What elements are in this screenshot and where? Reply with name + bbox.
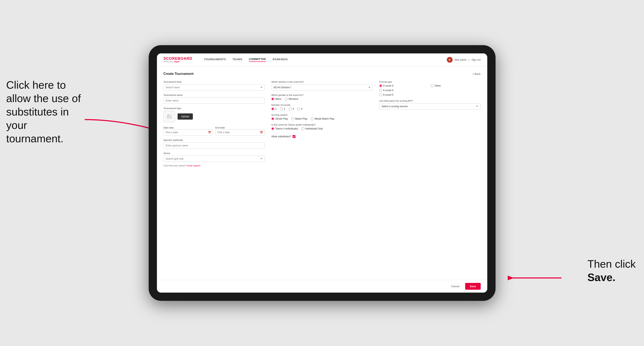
- allow-subs-row[interactable]: Allow substitutes?: [271, 135, 373, 138]
- page-title: Create Tournament: [164, 72, 194, 76]
- sponsor-input[interactable]: [164, 143, 265, 149]
- nav-links: TOURNAMENTS TEAMS COMMITTEE RANKINGS: [204, 57, 438, 62]
- form-column-middle: Which division is the event for? NCAA Di…: [271, 81, 373, 167]
- nav-username: blair admin: [455, 58, 467, 61]
- nav-link-teams[interactable]: TEAMS: [232, 58, 242, 62]
- venue-label: Venue: [164, 152, 265, 155]
- rounds-2[interactable]: 2: [280, 107, 285, 110]
- end-date-label: End date: [215, 126, 225, 129]
- end-date-input[interactable]: [215, 129, 265, 136]
- nav-user: B blair admin | Sign out: [447, 57, 481, 63]
- form-column-left: Tournament Host Tournament name Tourname…: [164, 81, 265, 167]
- tournament-logo-label: Tournament logo: [164, 107, 265, 110]
- image-icon: [167, 114, 172, 119]
- page-content: Create Tournament < Back Tournament Host…: [157, 66, 487, 280]
- tournament-name-group: Tournament name: [164, 94, 265, 104]
- annotation-left: Click here to allow the use of substitut…: [6, 78, 85, 145]
- annotation-right: Then click Save.: [588, 257, 636, 284]
- scoring-api-label: Use third-party live scoring API?: [379, 100, 481, 102]
- tournament-name-input[interactable]: [164, 98, 265, 104]
- event-teams[interactable]: Teams (+Individuals): [271, 127, 298, 130]
- gender-radio-row: Mens Womens: [271, 98, 373, 100]
- format-type-label: Format type: [379, 81, 481, 83]
- start-date-label: Start date: [164, 126, 174, 129]
- rounds-label: Number of rounds: [271, 104, 373, 106]
- nav-link-rankings[interactable]: RANKINGS: [272, 58, 288, 62]
- scoring-api-select[interactable]: Select a scoring service: [379, 103, 481, 110]
- division-label: Which division is the event for?: [271, 81, 373, 83]
- date-row: Start date 📅 End date 📅: [164, 126, 265, 136]
- email-support-link[interactable]: email support: [187, 164, 200, 167]
- avatar: B: [447, 57, 452, 63]
- logo-placeholder: [164, 111, 175, 122]
- scoring-system-label: Scoring system: [271, 114, 373, 116]
- scoring-match[interactable]: Match Play: [291, 117, 308, 120]
- tournament-host-input[interactable]: [164, 84, 265, 91]
- scoring-system-group: Scoring system Stroke Play Match Play Me…: [271, 114, 373, 120]
- rounds-radio-row: 1 2 3 4: [271, 107, 373, 110]
- create-tournament-form: Tournament Host Tournament name Tourname…: [164, 81, 481, 167]
- tournament-logo-group: Tournament logo Upload: [164, 107, 265, 122]
- save-button[interactable]: Save: [465, 283, 480, 290]
- venue-group: Venue Can't find your venue? email suppo…: [164, 152, 265, 167]
- cancel-button[interactable]: Cancel: [448, 283, 463, 290]
- gender-womens[interactable]: Womens: [285, 98, 298, 100]
- tablet-screen: SCOREBOARD Powered by clippd TOURNAMENTS…: [157, 53, 487, 293]
- tournament-host-group: Tournament Host: [164, 81, 265, 91]
- gender-group: Which gender is the event for? Mens Wome…: [271, 94, 373, 100]
- logo-scoreboard: SCOREBOARD: [164, 57, 192, 60]
- svg-point-3: [168, 116, 169, 116]
- format-5count4[interactable]: 5 count 4: [379, 84, 429, 87]
- rounds-4[interactable]: 4: [297, 107, 302, 110]
- rounds-3[interactable]: 3: [289, 107, 294, 110]
- logo: SCOREBOARD Powered by clippd: [164, 57, 192, 63]
- division-select[interactable]: NCAA Division I: [271, 84, 373, 91]
- logo-powered: Powered by clippd: [164, 61, 192, 63]
- scoring-stroke[interactable]: Stroke Play: [271, 117, 288, 120]
- format-6count4[interactable]: 6 count 4: [379, 89, 429, 92]
- start-date-group: Start date 📅: [164, 126, 213, 136]
- format-6count5[interactable]: 6 count 5: [379, 93, 429, 96]
- end-date-group: End date 📅: [215, 126, 265, 136]
- upload-button[interactable]: Upload: [178, 113, 193, 120]
- calendar-icon-end: 📅: [260, 131, 263, 134]
- venue-input[interactable]: [164, 156, 265, 162]
- sponsor-label: Sponsor (optional): [164, 139, 265, 141]
- allow-subs-checkbox[interactable]: [292, 135, 296, 138]
- gender-label: Which gender is the event for?: [271, 94, 373, 96]
- start-date-wrap: 📅: [164, 129, 213, 136]
- tournament-host-label: Tournament Host: [164, 81, 265, 83]
- scoring-radio-row: Stroke Play Match Play Medal Match Play: [271, 117, 373, 120]
- start-date-input[interactable]: [164, 129, 213, 136]
- tournament-name-label: Tournament name: [164, 94, 265, 96]
- scoring-medal[interactable]: Medal Match Play: [311, 117, 334, 120]
- sign-out-link[interactable]: Sign out: [472, 58, 480, 61]
- nav-separator: |: [469, 58, 469, 61]
- event-type-label: Is this event for Teams and/or Individua…: [271, 124, 373, 126]
- format-type-group: Format type 5 count 4 Other 6 count 4: [379, 81, 481, 96]
- allow-subs-group: Allow substitutes?: [271, 133, 373, 138]
- back-link[interactable]: < Back: [472, 72, 480, 75]
- arrow-right-icon: [508, 270, 566, 286]
- venue-help: Can't find your venue? email support: [164, 164, 265, 167]
- division-group: Which division is the event for? NCAA Di…: [271, 81, 373, 91]
- rounds-1[interactable]: 1: [271, 107, 277, 110]
- end-date-wrap: 📅: [215, 129, 265, 136]
- scoring-api-group: Use third-party live scoring API? Select…: [379, 100, 481, 110]
- navbar: SCOREBOARD Powered by clippd TOURNAMENTS…: [157, 53, 487, 66]
- nav-link-committee[interactable]: COMMITTEE: [249, 57, 266, 62]
- format-options-grid: 5 count 4 Other 6 count 4 6 c: [379, 84, 481, 96]
- format-other[interactable]: Other: [431, 84, 480, 87]
- logo-upload-area: Upload: [164, 111, 265, 122]
- format-empty: [431, 89, 480, 92]
- event-individuals[interactable]: Individuals Only: [302, 127, 323, 130]
- rounds-group: Number of rounds 1 2 3: [271, 104, 373, 110]
- svg-rect-2: [168, 115, 171, 118]
- event-type-group: Is this event for Teams and/or Individua…: [271, 124, 373, 130]
- dates-group: Start date 📅 End date 📅: [164, 126, 265, 136]
- allow-subs-label: Allow substitutes?: [271, 135, 291, 138]
- sponsor-group: Sponsor (optional): [164, 139, 265, 149]
- event-type-radio-row: Teams (+Individuals) Individuals Only: [271, 127, 373, 130]
- gender-mens[interactable]: Mens: [271, 98, 281, 100]
- nav-link-tournaments[interactable]: TOURNAMENTS: [204, 58, 226, 62]
